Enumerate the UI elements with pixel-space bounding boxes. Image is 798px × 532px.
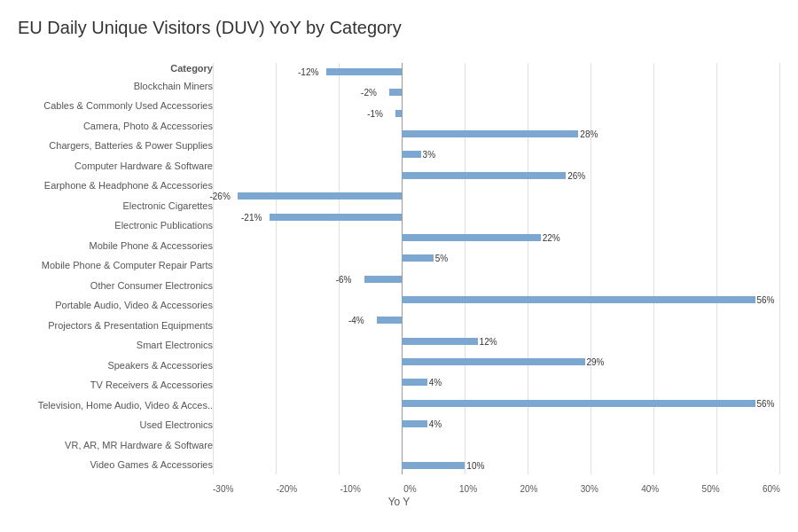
bar	[402, 254, 434, 262]
y-label: Smart Electronics	[137, 337, 213, 355]
bar-row: -2%	[213, 83, 780, 101]
bar-row: 10%	[213, 457, 780, 474]
bar-value-label: 4%	[429, 378, 442, 387]
bar	[402, 462, 465, 469]
plot-area: -12%-2%-1%28%3%26%-26%-21%22%5%-6%56%-4%…	[213, 47, 780, 494]
bar-value-label: 28%	[580, 129, 598, 139]
bar-row: 3%	[213, 145, 780, 163]
bar-row: 28%	[213, 125, 780, 143]
bar-row: -21%	[213, 208, 780, 226]
bar-row: 12%	[213, 332, 780, 350]
bar-row: -6%	[213, 270, 780, 288]
bar	[402, 420, 426, 427]
bar-row: 4%	[213, 415, 780, 433]
bar	[402, 151, 420, 158]
bar-value-label: 12%	[480, 336, 497, 346]
bar-row: -1%	[213, 105, 780, 122]
bar-value-label: -26%	[209, 192, 230, 201]
bar-row: 26%	[213, 167, 780, 184]
bar	[402, 338, 477, 345]
y-label: Computer Hardware & Software	[74, 158, 213, 176]
y-label: TV Receivers & Accessories	[90, 377, 213, 395]
x-axis-label: 50%	[702, 484, 720, 494]
y-label: Electronic Publications	[114, 217, 213, 235]
x-axis-labels: -30%-20%-10%0%10%20%30%40%50%60%	[213, 474, 780, 494]
bar-value-label: 10%	[466, 460, 484, 470]
x-axis-label: 0%	[403, 484, 416, 494]
y-label: Earphone & Headphone & Accessories	[44, 177, 213, 195]
y-label: Chargers, Batteries & Power Supplies	[49, 137, 213, 155]
bar	[402, 130, 578, 137]
bar-row: -26%	[213, 187, 780, 205]
x-axis-label: 20%	[520, 484, 537, 494]
bar	[377, 317, 402, 324]
bar	[402, 358, 584, 365]
x-axis-label: 10%	[459, 484, 477, 494]
bar	[402, 172, 566, 179]
bar-row: -12%	[213, 63, 780, 81]
bar-value-label: -1%	[367, 108, 383, 118]
bar	[270, 214, 402, 221]
bar-value-label: -2%	[361, 88, 377, 98]
bar-value-label: -21%	[241, 212, 262, 222]
x-axis-label: 30%	[581, 484, 598, 494]
bar	[402, 400, 755, 407]
bar-row: -4%	[213, 311, 780, 329]
bar	[402, 296, 755, 303]
y-label: Camera, Photo & Accessories	[83, 118, 213, 136]
bar-value-label: 56%	[756, 294, 774, 304]
bar-value-label: 3%	[423, 150, 435, 160]
y-label: VR, AR, MR Hardware & Software	[65, 437, 213, 455]
x-axis-label: -30%	[213, 484, 233, 494]
bar-value-label: 26%	[567, 170, 585, 180]
bar-row: 22%	[213, 229, 780, 246]
bar-row: 56%	[213, 395, 780, 412]
bar-value-label: -6%	[336, 274, 352, 284]
bar-value-label: -12%	[298, 67, 318, 77]
bar	[326, 68, 402, 75]
bar	[238, 192, 402, 200]
x-axis-label: -10%	[340, 484, 360, 494]
y-label: Video Games & Accessories	[90, 457, 213, 474]
bar-row: 4%	[213, 373, 780, 391]
y-label: Mobile Phone & Computer Repair Parts	[42, 257, 213, 275]
bar-value-label: 5%	[435, 254, 448, 263]
y-label: Electronic Cigarettes	[123, 198, 214, 215]
y-axis-header: Category	[170, 63, 213, 74]
bar-row: 56%	[213, 291, 780, 309]
bar-value-label: 22%	[543, 232, 560, 242]
bar	[395, 110, 402, 117]
y-label: Television, Home Audio, Video & Acces..	[38, 397, 213, 415]
chart-area: CategoryBlockchain MinersCables & Common…	[18, 47, 780, 508]
y-label: Portable Audio, Video & Accessories	[55, 297, 213, 315]
bar	[402, 234, 540, 241]
y-label: Used Electronics	[139, 417, 213, 434]
x-axis-label: -20%	[277, 484, 297, 494]
y-label: Blockchain Miners	[134, 78, 213, 96]
bar-value-label: 56%	[756, 398, 774, 408]
bar-row: 0%	[213, 435, 780, 453]
y-label: Cables & Commonly Used Accessories	[43, 98, 213, 115]
bar-value-label: -4%	[348, 316, 364, 325]
x-axis-label: 60%	[763, 484, 780, 494]
x-axis-title: Yo Y	[18, 496, 780, 508]
bar	[402, 379, 426, 386]
y-axis-labels: CategoryBlockchain MinersCables & Common…	[18, 47, 213, 494]
bars-container: -12%-2%-1%28%3%26%-26%-21%22%5%-6%56%-4%…	[213, 63, 780, 474]
bar-value-label: 4%	[429, 419, 442, 429]
y-label: Speakers & Accessories	[107, 357, 213, 375]
bar-row: 29%	[213, 353, 780, 371]
bar-row: 5%	[213, 249, 780, 267]
bar	[364, 276, 403, 283]
y-label: Projectors & Presentation Equipments	[48, 317, 213, 335]
y-label: Other Consumer Electronics	[90, 278, 213, 295]
y-label: Mobile Phone & Accessories	[90, 238, 213, 255]
x-axis-label: 40%	[641, 484, 659, 494]
chart-title: EU Daily Unique Visitors (DUV) YoY by Ca…	[18, 18, 780, 38]
bar	[389, 89, 402, 96]
bar-value-label: 29%	[586, 357, 604, 367]
